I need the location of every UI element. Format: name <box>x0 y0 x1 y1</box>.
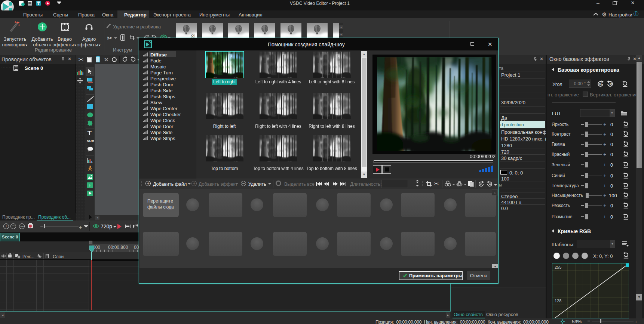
svg-text:90: 90 <box>480 183 482 185</box>
svg-text:90: 90 <box>599 83 602 86</box>
svg-text:90: 90 <box>489 183 491 185</box>
svg-text:90: 90 <box>609 83 612 86</box>
